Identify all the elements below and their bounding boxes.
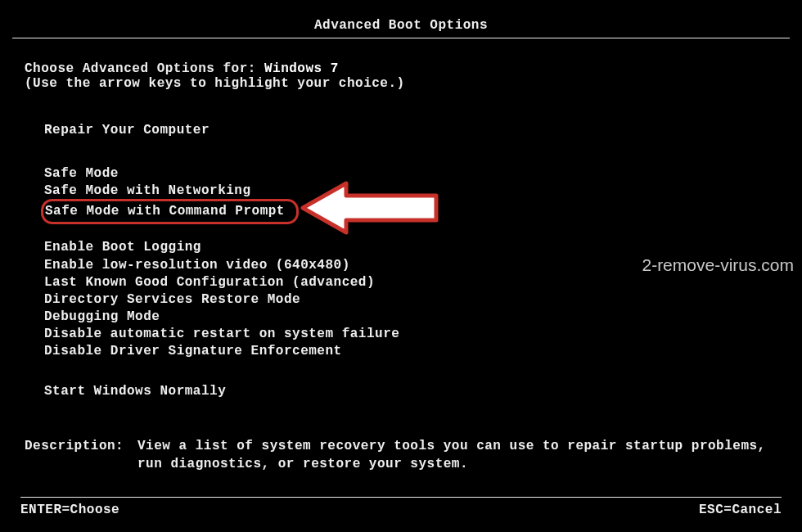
menu-boot-logging[interactable]: Enable Boot Logging: [44, 239, 777, 256]
description-label: Description:: [25, 438, 137, 473]
footer-enter: ENTER=Choose: [20, 503, 119, 517]
menu-ds-restore[interactable]: Directory Services Restore Mode: [44, 291, 777, 309]
menu-disable-auto-restart[interactable]: Disable automatic restart on system fail…: [44, 326, 777, 343]
description-text: View a list of system recovery tools you…: [137, 438, 777, 473]
menu-last-known-good[interactable]: Last Known Good Configuration (advanced): [44, 274, 777, 291]
title-bar: Advanced Boot Options: [12, 8, 790, 38]
footer-bar: ENTER=Choose ESC=Cancel: [20, 497, 782, 517]
boot-options-screen: Advanced Boot Options Choose Advanced Op…: [8, 8, 794, 524]
instruction-line: (Use the arrow keys to highlight your ch…: [25, 76, 777, 91]
choose-prefix: Choose Advanced Options for:: [25, 61, 264, 76]
menu-disable-driver-sig[interactable]: Disable Driver Signature Enforcement: [44, 343, 777, 360]
menu-safe-mode[interactable]: Safe Mode: [44, 165, 777, 183]
choose-line: Choose Advanced Options for: Windows 7: [25, 61, 777, 76]
normal-group: Start Windows Normally: [25, 383, 777, 400]
footer-esc: ESC=Cancel: [699, 503, 782, 517]
watermark: 2-remove-virus.com: [642, 255, 794, 275]
safe-mode-group: Safe Mode Safe Mode with Networking Safe…: [25, 165, 777, 224]
description-block: Description: View a list of system recov…: [25, 438, 777, 473]
menu-debugging[interactable]: Debugging Mode: [44, 309, 777, 326]
repair-group: Repair Your Computer: [25, 122, 777, 139]
menu-safe-mode-cmd-wrapper[interactable]: Safe Mode with Command Prompt: [44, 200, 777, 224]
os-name: Windows 7: [264, 61, 339, 76]
menu-safe-mode-networking[interactable]: Safe Mode with Networking: [44, 183, 777, 200]
menu-safe-mode-cmd[interactable]: Safe Mode with Command Prompt: [41, 199, 299, 224]
menu-start-normally[interactable]: Start Windows Normally: [44, 383, 777, 400]
menu-repair-computer[interactable]: Repair Your Computer: [44, 122, 777, 139]
page-title: Advanced Boot Options: [314, 18, 488, 33]
